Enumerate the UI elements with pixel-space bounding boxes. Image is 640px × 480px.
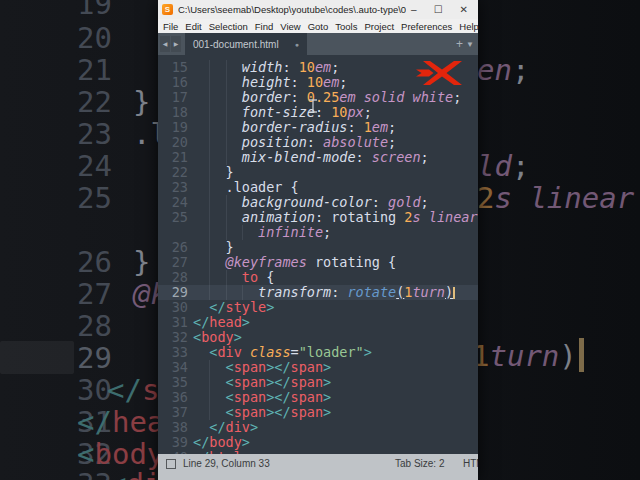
menu-item-file[interactable]: File xyxy=(163,21,178,32)
menu-item-goto[interactable]: Goto xyxy=(308,21,329,32)
line-number[interactable]: 24 xyxy=(158,195,188,210)
tab-overflow-button[interactable]: ▼ xyxy=(466,40,474,49)
code-line[interactable]: infinite; xyxy=(158,225,478,240)
line-number[interactable]: 32 xyxy=(158,330,188,345)
line-number[interactable]: 35 xyxy=(158,375,188,390)
code-line[interactable]: 21mix-blend-mode: screen; xyxy=(158,150,478,165)
code-token: : xyxy=(282,59,298,75)
code-line[interactable]: 22} xyxy=(158,165,478,180)
code-line[interactable]: 30</style> xyxy=(158,300,478,315)
bg-text-caret xyxy=(579,338,584,372)
code-line[interactable]: 29transform: rotate(1turn) xyxy=(158,285,478,300)
tab-scroll-left-icon[interactable]: ◀ xyxy=(160,36,170,52)
indent-guide xyxy=(193,345,209,360)
indent-guide xyxy=(209,240,225,255)
code-line[interactable]: 37<span></span> xyxy=(158,405,478,420)
code-line[interactable]: 34<span></span> xyxy=(158,360,478,375)
line-number[interactable]: 15 xyxy=(158,60,188,75)
menu-item-edit[interactable]: Edit xyxy=(185,21,201,32)
menu-item-tools[interactable]: Tools xyxy=(335,21,357,32)
line-number[interactable]: 34 xyxy=(158,360,188,375)
code-line[interactable]: 19border-radius: 1em; xyxy=(158,120,478,135)
status-syntax[interactable]: HTML xyxy=(463,458,478,469)
code-line[interactable]: 28to { xyxy=(158,270,478,285)
code-editor[interactable]: 15width: 10em;16height: 10em;17border: 0… xyxy=(158,55,478,454)
status-tab-size[interactable]: Tab Size: 2 xyxy=(395,458,444,469)
status-record-icon[interactable] xyxy=(166,459,176,469)
line-number[interactable]: 31 xyxy=(158,315,188,330)
code-token xyxy=(404,89,412,105)
line-number[interactable]: 27 xyxy=(158,255,188,270)
code-line[interactable]: 39</body> xyxy=(158,435,478,450)
bg-line-number: 29 xyxy=(0,342,112,374)
tab-001-document[interactable]: 001-document.html ● xyxy=(185,33,307,55)
line-number[interactable]: 18 xyxy=(158,105,188,120)
code-line[interactable]: 24background-color: gold; xyxy=(158,195,478,210)
line-number[interactable]: 38 xyxy=(158,420,188,435)
code-line[interactable]: 25animation: rotating 2s linear xyxy=(158,210,478,225)
line-number[interactable]: 17 xyxy=(158,90,188,105)
code-line[interactable]: 32<body> xyxy=(158,330,478,345)
code-token xyxy=(356,89,364,105)
code-token: .loader { xyxy=(226,179,299,195)
tab-label: 001-document.html xyxy=(193,39,279,50)
line-number[interactable]: 22 xyxy=(158,165,188,180)
code-line[interactable]: 31</head> xyxy=(158,315,478,330)
line-number[interactable]: 39 xyxy=(158,435,188,450)
title-bar[interactable]: S C:\Users\seemab\Desktop\youtube\codes\… xyxy=(158,0,478,19)
close-button[interactable]: ✕ xyxy=(460,0,468,19)
code-token: div xyxy=(217,344,241,360)
code-token: animation xyxy=(242,209,315,225)
code-line[interactable]: 18font-size: 10px; xyxy=(158,105,478,120)
menu-item-preferences[interactable]: Preferences xyxy=(401,21,452,32)
line-number[interactable]: 36 xyxy=(158,390,188,405)
code-line[interactable]: 27@keyframes rotating { xyxy=(158,255,478,270)
line-number[interactable]: 25 xyxy=(158,210,188,225)
menu-item-project[interactable]: Project xyxy=(364,21,394,32)
code-token: style xyxy=(226,299,267,315)
line-number[interactable]: 20 xyxy=(158,135,188,150)
code-token: span xyxy=(234,389,267,405)
menu-item-help[interactable]: Help xyxy=(459,21,479,32)
maximize-button[interactable]: ☐ xyxy=(434,0,443,19)
code-line[interactable]: 38</div> xyxy=(158,420,478,435)
code-line[interactable]: 26} xyxy=(158,240,478,255)
code-token: ; xyxy=(421,149,429,165)
line-number[interactable]: 16 xyxy=(158,75,188,90)
minimize-button[interactable]: – xyxy=(411,0,417,19)
code-token: border-radius xyxy=(242,119,348,135)
line-number[interactable]: 23 xyxy=(158,180,188,195)
code-line[interactable]: 23.loader { xyxy=(158,180,478,195)
tab-scroll-right-icon[interactable]: ▶ xyxy=(171,36,181,52)
code-token: : xyxy=(331,284,347,300)
menu-item-find[interactable]: Find xyxy=(255,21,273,32)
line-number[interactable]: 37 xyxy=(158,405,188,420)
indent-guide xyxy=(193,120,209,135)
code-token: < xyxy=(226,389,234,405)
code-token: > xyxy=(242,314,250,330)
code-token: > xyxy=(250,419,258,435)
line-number[interactable]: 21 xyxy=(158,150,188,165)
code-token: = xyxy=(291,344,299,360)
code-line[interactable]: 17border: 0.25em solid white; xyxy=(158,90,478,105)
line-number[interactable]: 19 xyxy=(158,120,188,135)
indent-guide xyxy=(226,285,242,300)
bg-code-fragment: } xyxy=(133,86,150,118)
line-number[interactable]: 26 xyxy=(158,240,188,255)
line-number[interactable]: 33 xyxy=(158,345,188,360)
line-number[interactable]: 28 xyxy=(158,270,188,285)
line-number[interactable]: 29 xyxy=(158,285,188,300)
code-line[interactable]: 35<span></span> xyxy=(158,375,478,390)
line-number[interactable] xyxy=(158,225,188,240)
code-token: body xyxy=(209,434,242,450)
code-token: > xyxy=(323,374,331,390)
menu-item-selection[interactable]: Selection xyxy=(209,21,248,32)
menu-item-view[interactable]: View xyxy=(280,21,300,32)
code-token: ld xyxy=(477,149,512,183)
code-line[interactable]: 20position: absolute; xyxy=(158,135,478,150)
bg-line-number: 25 xyxy=(0,182,112,214)
new-tab-button[interactable]: + xyxy=(456,37,463,51)
line-number[interactable]: 30 xyxy=(158,300,188,315)
code-line[interactable]: 36<span></span> xyxy=(158,390,478,405)
code-line[interactable]: 33<div class="loader"> xyxy=(158,345,478,360)
